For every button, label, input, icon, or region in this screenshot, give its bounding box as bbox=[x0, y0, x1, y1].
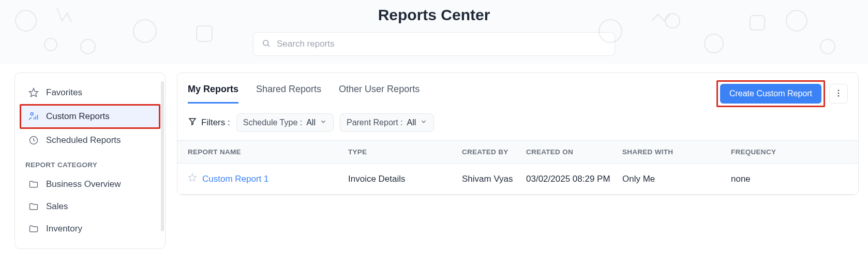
cell-frequency: none bbox=[731, 174, 848, 184]
tabs-row: My Reports Shared Reports Other User Rep… bbox=[177, 73, 858, 107]
filter-icon bbox=[188, 117, 197, 129]
create-button-highlight: Create Custom Report bbox=[716, 80, 825, 107]
svg-point-10 bbox=[665, 13, 680, 28]
svg-rect-3 bbox=[197, 26, 212, 41]
cell-created-on: 03/02/2025 08:29 PM bbox=[526, 174, 622, 184]
tab-other-user-reports[interactable]: Other User Reports bbox=[339, 84, 420, 104]
cell-shared-with: Only Me bbox=[622, 174, 731, 184]
cell-created-by: Shivam Vyas bbox=[462, 174, 526, 184]
sidebar-item-sales[interactable]: Sales bbox=[21, 196, 159, 217]
sidebar: Favorites Custom Reports Scheduled Repor… bbox=[14, 72, 166, 249]
svg-rect-6 bbox=[750, 16, 765, 30]
sidebar-item-favorites[interactable]: Favorites bbox=[21, 82, 159, 104]
svg-marker-13 bbox=[29, 89, 38, 97]
svg-point-11 bbox=[263, 40, 268, 45]
page-banner: Reports Center bbox=[0, 0, 868, 64]
col-type[interactable]: TYPE bbox=[348, 148, 462, 156]
more-vertical-icon bbox=[834, 89, 843, 99]
filter-schedule-type[interactable]: Schedule Type : All bbox=[236, 113, 334, 132]
filter-label: Schedule Type : bbox=[243, 118, 302, 127]
folder-icon bbox=[28, 224, 39, 234]
user-chart-icon bbox=[28, 111, 39, 122]
col-shared-with[interactable]: SHARED WITH bbox=[622, 148, 731, 156]
svg-point-16 bbox=[838, 90, 840, 91]
folder-icon bbox=[28, 179, 39, 189]
sidebar-item-label: Inventory bbox=[46, 224, 82, 234]
table-row: Custom Report 1 Invoice Details Shivam V… bbox=[177, 164, 858, 195]
svg-point-7 bbox=[786, 10, 807, 31]
sidebar-item-label: Custom Reports bbox=[46, 111, 110, 122]
filter-parent-report[interactable]: Parent Report : All bbox=[340, 113, 434, 132]
more-actions-button[interactable] bbox=[829, 84, 848, 104]
chevron-down-icon bbox=[320, 118, 327, 127]
filter-value: All bbox=[407, 118, 416, 127]
sidebar-item-inventory[interactable]: Inventory bbox=[21, 218, 159, 240]
filter-label: Parent Report : bbox=[347, 118, 403, 127]
page-title: Reports Center bbox=[378, 6, 490, 24]
svg-point-8 bbox=[820, 39, 835, 54]
svg-point-1 bbox=[81, 39, 95, 54]
favorite-toggle[interactable] bbox=[188, 173, 197, 185]
sidebar-item-custom-reports[interactable]: Custom Reports bbox=[20, 104, 160, 129]
col-created-on[interactable]: CREATED ON bbox=[526, 148, 622, 156]
create-custom-report-button[interactable]: Create Custom Report bbox=[720, 84, 821, 104]
tab-my-reports[interactable]: My Reports bbox=[188, 84, 238, 104]
svg-point-9 bbox=[44, 38, 57, 51]
cell-type: Invoice Details bbox=[348, 174, 462, 184]
filters-row: Filters : Schedule Type : All Parent Rep… bbox=[177, 107, 858, 141]
svg-point-14 bbox=[31, 113, 33, 115]
sidebar-item-business-overview[interactable]: Business Overview bbox=[21, 173, 159, 195]
svg-point-5 bbox=[705, 34, 723, 53]
clock-icon bbox=[28, 135, 39, 145]
svg-point-2 bbox=[133, 20, 156, 42]
sidebar-item-label: Scheduled Reports bbox=[46, 135, 121, 145]
tabs: My Reports Shared Reports Other User Rep… bbox=[188, 84, 420, 104]
sidebar-item-scheduled-reports[interactable]: Scheduled Reports bbox=[21, 129, 159, 151]
search-input[interactable] bbox=[277, 39, 606, 49]
svg-point-17 bbox=[838, 92, 840, 94]
col-report-name[interactable]: REPORT NAME bbox=[188, 148, 348, 156]
svg-point-0 bbox=[16, 10, 36, 31]
svg-point-18 bbox=[838, 95, 840, 96]
table-header: REPORT NAME TYPE CREATED BY CREATED ON S… bbox=[177, 141, 858, 164]
filters-label: Filters : bbox=[188, 117, 230, 129]
col-frequency[interactable]: FREQUENCY bbox=[731, 148, 848, 156]
sidebar-item-label: Favorites bbox=[46, 87, 82, 98]
sidebar-item-label: Business Overview bbox=[46, 179, 121, 189]
filter-value: All bbox=[306, 118, 316, 127]
col-created-by[interactable]: CREATED BY bbox=[462, 148, 526, 156]
svg-line-12 bbox=[268, 45, 270, 46]
sidebar-section-heading: REPORT CATEGORY bbox=[18, 152, 162, 173]
tab-shared-reports[interactable]: Shared Reports bbox=[256, 84, 321, 104]
main-panel: My Reports Shared Reports Other User Rep… bbox=[177, 72, 859, 195]
search-field[interactable] bbox=[253, 32, 615, 56]
chevron-down-icon bbox=[420, 118, 427, 127]
search-icon bbox=[262, 39, 271, 50]
svg-marker-19 bbox=[189, 174, 197, 181]
folder-icon bbox=[28, 201, 39, 212]
report-name-link[interactable]: Custom Report 1 bbox=[202, 174, 269, 184]
sidebar-item-label: Sales bbox=[46, 201, 68, 212]
star-icon bbox=[28, 87, 39, 98]
